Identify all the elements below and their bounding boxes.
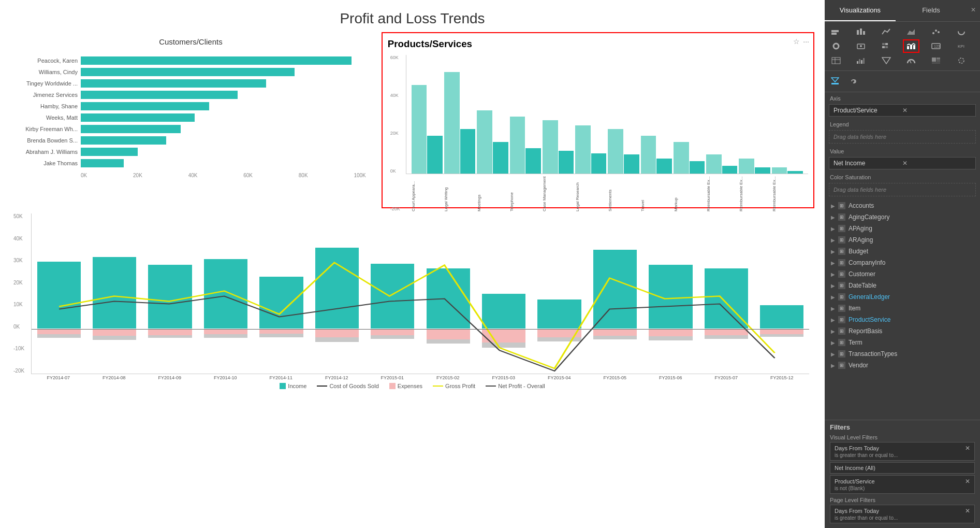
viz-map[interactable] xyxy=(853,39,869,53)
viz-stacked-bar[interactable] xyxy=(828,25,844,38)
prod-x-label: Markup xyxy=(674,175,705,211)
field-group-item[interactable]: ▶ ⊞ CompanyInfo xyxy=(829,257,976,268)
bar-outer xyxy=(81,68,366,76)
field-group-item[interactable]: ▶ ⊞ Term xyxy=(829,337,976,348)
legend-income-label: Income xyxy=(288,383,306,389)
tab-visualizations[interactable]: Visualizations xyxy=(825,0,896,21)
prod-x-label: Travel xyxy=(640,175,671,211)
bb-income xyxy=(593,250,637,329)
field-group-item[interactable]: ▶ ⊞ ProductService xyxy=(829,314,976,325)
customer-bar-row: Weeks, Matt xyxy=(16,113,366,122)
prod-bar-group xyxy=(412,85,443,174)
prod-bar-light xyxy=(412,85,427,174)
filter-product-service[interactable]: Product/Service ✕ is not (Blank) xyxy=(830,475,975,494)
bar-inner xyxy=(81,91,238,99)
viz-line[interactable] xyxy=(878,25,895,38)
bb-expenses xyxy=(315,329,359,337)
field-name: Item xyxy=(849,305,860,312)
filter-clear-btn[interactable]: ✕ xyxy=(965,445,970,452)
field-group-item[interactable]: ▶ ⊞ DateTable xyxy=(829,280,976,291)
field-icon: ⊞ xyxy=(838,305,845,312)
legend-gross-label: Gross Profit xyxy=(445,383,475,389)
pin-icon[interactable]: ☆ xyxy=(793,37,800,46)
bottom-bar-group xyxy=(421,213,475,374)
field-expand-arrow: ▶ xyxy=(831,363,835,368)
svg-rect-3 xyxy=(860,28,862,35)
main-content: Profit and Loss Trends Customers/Clients… xyxy=(0,0,825,528)
viz-scatter[interactable] xyxy=(928,25,944,38)
field-group-item[interactable]: ▶ ⊞ Item xyxy=(829,303,976,314)
prod-bar-group xyxy=(510,117,541,174)
viz-column[interactable] xyxy=(853,25,869,38)
filter-days-from-today-page[interactable]: Days From Today ✕ is greater than or equ… xyxy=(830,505,975,523)
filter-days-from-today-visual[interactable]: Days From Today ✕ is greater than or equ… xyxy=(830,442,975,461)
field-name: Term xyxy=(849,339,862,346)
viz-treemap[interactable] xyxy=(928,54,944,67)
field-group-item[interactable]: ▶ ⊞ Vendor xyxy=(829,360,976,371)
viz-kpi[interactable]: KPI xyxy=(953,39,970,53)
bottom-x-label: FY2015-12 xyxy=(755,375,810,380)
more-icon[interactable]: ··· xyxy=(803,37,809,46)
filter-product-clear-btn[interactable]: ✕ xyxy=(965,478,970,485)
prod-bar-light xyxy=(510,117,525,174)
field-group-item[interactable]: ▶ ⊞ GeneralLedger xyxy=(829,291,976,303)
field-name: DateTable xyxy=(849,282,876,289)
field-group-item[interactable]: ▶ ⊞ Budget xyxy=(829,246,976,257)
field-expand-arrow: ▶ xyxy=(831,215,835,220)
filter-net-income[interactable]: Net Income (All) xyxy=(830,462,975,474)
svg-text:123: 123 xyxy=(934,45,940,48)
svg-marker-31 xyxy=(882,58,890,64)
link-icon[interactable] xyxy=(846,74,861,89)
svg-point-9 xyxy=(958,28,964,35)
field-group-item[interactable]: ▶ ⊞ TransactionTypes xyxy=(829,348,976,360)
viz-pie[interactable] xyxy=(953,25,970,38)
bar-inner xyxy=(81,79,266,88)
prod-bar-light xyxy=(641,136,656,174)
viz-waterfall[interactable] xyxy=(853,54,869,67)
value-dropdown[interactable]: Net Income ✕ xyxy=(829,157,976,169)
field-icon: ⊞ xyxy=(838,202,845,209)
field-icon: ⊞ xyxy=(838,259,845,266)
viz-funnel[interactable] xyxy=(878,54,895,67)
viz-custom[interactable]: ··· xyxy=(953,54,970,67)
bar-inner xyxy=(81,113,195,122)
legend-net: Net Profit - Overall xyxy=(486,383,545,389)
bottom-bar-group xyxy=(476,213,531,374)
bar-outer xyxy=(81,125,366,133)
legend-section: Legend Drag data fields here xyxy=(825,118,980,145)
customers-bar-chart: Peacock, Karen Williams, Cindy Tingey Wo… xyxy=(16,51,366,173)
field-group-item[interactable]: ▶ ⊞ AgingCategory xyxy=(829,211,976,223)
axis-dropdown[interactable]: Product/Service ✕ xyxy=(829,104,976,117)
field-group-item[interactable]: ▶ ⊞ Customer xyxy=(829,268,976,280)
value-clear-btn[interactable]: ✕ xyxy=(902,160,971,167)
legend-gross-icon xyxy=(433,386,443,387)
viz-combo-selected[interactable] xyxy=(903,39,919,53)
format-icon[interactable] xyxy=(828,74,842,89)
prod-bar-light xyxy=(772,167,787,174)
legend-cogs: Cost of Goods Sold xyxy=(317,383,378,389)
viz-gauge[interactable] xyxy=(903,54,919,67)
viz-card[interactable]: 123 xyxy=(928,39,944,53)
field-group-item[interactable]: ▶ ⊞ ReportBasis xyxy=(829,325,976,337)
viz-donut[interactable] xyxy=(828,39,844,53)
viz-matrix[interactable] xyxy=(878,39,895,53)
field-group-item[interactable]: ▶ ⊞ APAging xyxy=(829,223,976,234)
legend-drag-zone: Drag data fields here xyxy=(829,130,976,144)
axis-clear-btn[interactable]: ✕ xyxy=(902,107,971,114)
field-name: Customer xyxy=(849,270,875,278)
svg-rect-33 xyxy=(932,58,936,62)
svg-marker-40 xyxy=(831,78,839,82)
tab-fields[interactable]: Fields xyxy=(896,0,967,21)
bottom-bar-group xyxy=(365,213,420,374)
filter-page-clear-btn[interactable]: ✕ xyxy=(965,507,970,515)
color-saturation-section: Color Saturation Drag data fields here xyxy=(825,171,980,198)
prod-x-label: Legal Writing xyxy=(444,175,475,211)
panel-close-arrow[interactable]: ✕ xyxy=(967,0,980,21)
viz-table[interactable] xyxy=(828,54,844,67)
bottom-x-label: FY2015-04 xyxy=(532,375,587,380)
bb-income xyxy=(649,265,692,329)
viz-area[interactable] xyxy=(903,25,919,38)
field-name: TransactionTypes xyxy=(849,350,897,358)
field-group-item[interactable]: ▶ ⊞ ARAging xyxy=(829,234,976,246)
field-group-item[interactable]: ▶ ⊞ Accounts xyxy=(829,200,976,211)
